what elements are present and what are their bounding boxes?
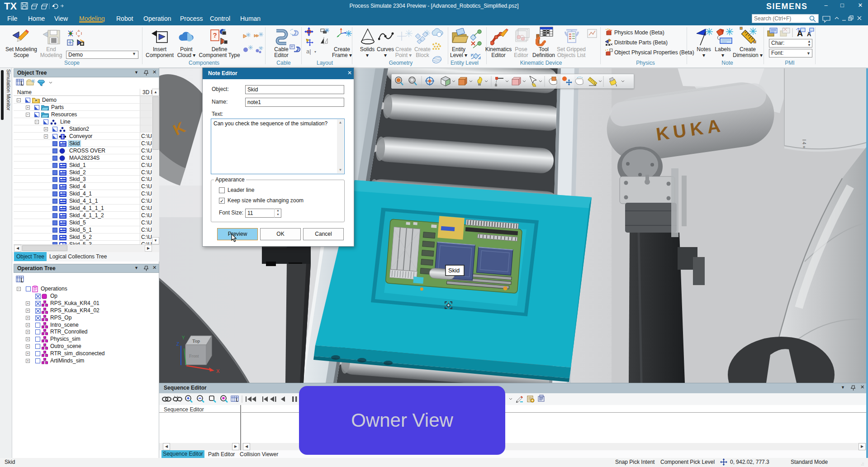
svg-text:Front: Front — [189, 353, 199, 358]
svg-text:a|: a| — [306, 48, 311, 55]
svg-text:Top: Top — [192, 338, 200, 343]
svg-text:A: A — [807, 31, 811, 38]
svg-text:▾: ▾ — [314, 50, 316, 54]
svg-text:I 4 +: I 4 + — [802, 139, 806, 148]
svg-text:Y: Y — [182, 335, 185, 340]
svg-text:X: X — [216, 368, 220, 374]
svg-text:?: ? — [213, 31, 217, 39]
svg-text:Z: Z — [176, 342, 179, 347]
svg-text:Skid: Skid — [448, 267, 460, 274]
